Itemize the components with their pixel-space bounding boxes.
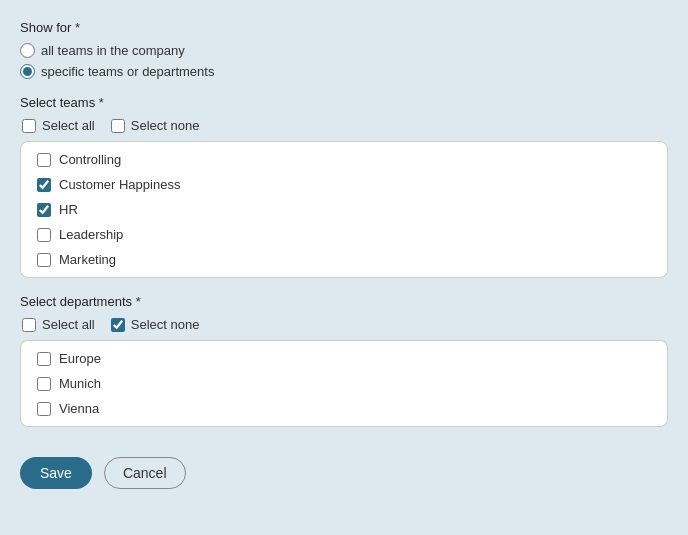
teams-select-all-row: Select all Select none: [20, 118, 668, 133]
teams-select-all-label: Select all: [42, 118, 95, 133]
save-button[interactable]: Save: [20, 457, 92, 489]
show-for-section: Show for * all teams in the company spec…: [20, 20, 668, 79]
team-marketing-input[interactable]: [37, 253, 51, 267]
radio-all-teams-input[interactable]: [20, 43, 35, 58]
team-controlling-label: Controlling: [59, 152, 121, 167]
departments-options-box: Europe Munich Vienna: [20, 340, 668, 427]
team-customer-happiness-label: Customer Happiness: [59, 177, 180, 192]
departments-select-all-label: Select all: [42, 317, 95, 332]
dept-europe[interactable]: Europe: [37, 351, 651, 366]
departments-select-all-checkbox[interactable]: Select all: [22, 317, 95, 332]
departments-select-none-label: Select none: [131, 317, 200, 332]
radio-specific-teams[interactable]: specific teams or departments: [20, 64, 668, 79]
radio-specific-teams-input[interactable]: [20, 64, 35, 79]
team-hr-label: HR: [59, 202, 78, 217]
team-customer-happiness[interactable]: Customer Happiness: [37, 177, 651, 192]
departments-select-all-input[interactable]: [22, 318, 36, 332]
dept-munich-label: Munich: [59, 376, 101, 391]
team-controlling-input[interactable]: [37, 153, 51, 167]
select-teams-label: Select teams *: [20, 95, 668, 110]
team-marketing[interactable]: Marketing: [37, 252, 651, 267]
teams-select-all-checkbox[interactable]: Select all: [22, 118, 95, 133]
dept-europe-label: Europe: [59, 351, 101, 366]
teams-select-none-checkbox[interactable]: Select none: [111, 118, 200, 133]
team-hr[interactable]: HR: [37, 202, 651, 217]
team-customer-happiness-input[interactable]: [37, 178, 51, 192]
select-teams-section: Select teams * Select all Select none Co…: [20, 95, 668, 278]
team-hr-input[interactable]: [37, 203, 51, 217]
team-leadership-label: Leadership: [59, 227, 123, 242]
select-departments-label: Select departments *: [20, 294, 668, 309]
teams-select-all-input[interactable]: [22, 119, 36, 133]
radio-all-teams-label: all teams in the company: [41, 43, 185, 58]
team-leadership-input[interactable]: [37, 228, 51, 242]
team-marketing-label: Marketing: [59, 252, 116, 267]
team-controlling[interactable]: Controlling: [37, 152, 651, 167]
select-departments-section: Select departments * Select all Select n…: [20, 294, 668, 427]
dept-vienna-label: Vienna: [59, 401, 99, 416]
radio-specific-teams-label: specific teams or departments: [41, 64, 214, 79]
cancel-button[interactable]: Cancel: [104, 457, 186, 489]
show-for-radio-group: all teams in the company specific teams …: [20, 43, 668, 79]
departments-select-none-input[interactable]: [111, 318, 125, 332]
dept-munich-input[interactable]: [37, 377, 51, 391]
teams-select-none-input[interactable]: [111, 119, 125, 133]
dept-vienna[interactable]: Vienna: [37, 401, 651, 416]
departments-select-all-row: Select all Select none: [20, 317, 668, 332]
team-leadership[interactable]: Leadership: [37, 227, 651, 242]
teams-options-box: Controlling Customer Happiness HR Leader…: [20, 141, 668, 278]
dept-munich[interactable]: Munich: [37, 376, 651, 391]
dept-europe-input[interactable]: [37, 352, 51, 366]
departments-select-none-checkbox[interactable]: Select none: [111, 317, 200, 332]
footer-buttons: Save Cancel: [20, 457, 668, 489]
dept-vienna-input[interactable]: [37, 402, 51, 416]
teams-select-none-label: Select none: [131, 118, 200, 133]
show-for-label: Show for *: [20, 20, 668, 35]
radio-all-teams[interactable]: all teams in the company: [20, 43, 668, 58]
